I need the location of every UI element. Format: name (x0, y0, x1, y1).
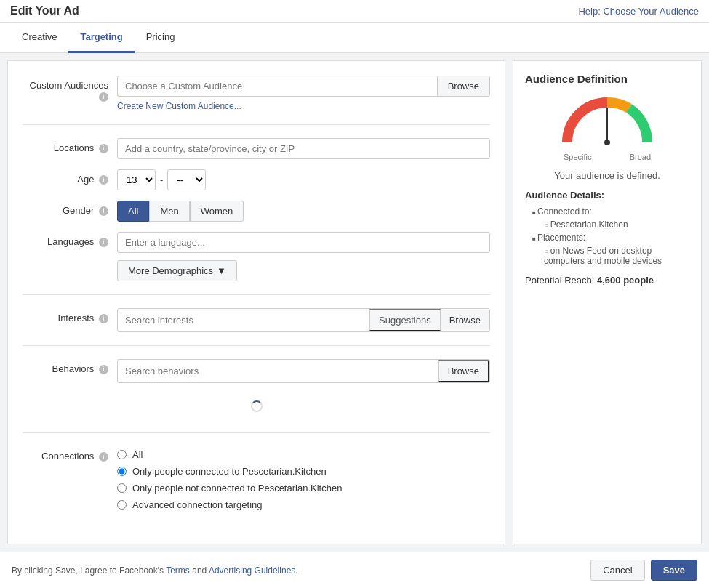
age-from-select[interactable]: 1318212535455565 (117, 169, 156, 190)
gender-control: All Men Women (117, 201, 490, 222)
footer: By clicking Save, I agree to Facebook's … (0, 552, 709, 588)
connections-info-icon[interactable]: i (99, 452, 108, 462)
gauge-status: Your audience is defined. (525, 170, 689, 181)
behaviors-input[interactable] (118, 361, 438, 381)
gauge-labels: Specific Broad (564, 153, 651, 161)
age-row: Age i 1318212535455565 - --1821253545556… (23, 169, 490, 190)
gauge-svg (560, 95, 654, 150)
custom-audiences-row: Custom Audiences i Browse Create New Cus… (23, 76, 490, 111)
footer-text: By clicking Save, I agree to Facebook's (12, 565, 166, 576)
tab-pricing[interactable]: Pricing (135, 23, 187, 53)
languages-info-icon[interactable]: i (99, 238, 108, 247)
age-dash: - (160, 174, 163, 185)
connections-all-option[interactable]: All (117, 449, 490, 460)
connections-all-radio[interactable] (117, 450, 127, 459)
behaviors-browse-button[interactable]: Browse (438, 360, 489, 382)
gender-button-group: All Men Women (117, 201, 490, 222)
connections-not-connected-radio[interactable] (117, 483, 127, 493)
languages-row: Languages i More Demographics ▼ (23, 232, 490, 281)
custom-audience-browse-button[interactable]: Browse (437, 76, 490, 97)
behaviors-label: Behaviors i (23, 359, 117, 374)
gender-label: Gender i (23, 201, 117, 216)
footer-terms-link[interactable]: Terms (166, 565, 190, 576)
main-content: Custom Audiences i Browse Create New Cus… (0, 53, 709, 552)
more-demographics-arrow-icon: ▼ (217, 265, 226, 276)
gender-info-icon[interactable]: i (99, 206, 108, 216)
interests-row: Interests i Suggestions Browse (23, 308, 490, 332)
top-bar: Edit Your Ad Help: Choose Your Audience (0, 0, 709, 23)
connections-advanced-radio[interactable] (117, 500, 127, 510)
languages-input[interactable] (117, 232, 490, 253)
footer-and: and (192, 565, 209, 576)
tab-targeting[interactable]: Targeting (68, 23, 134, 53)
locations-control (117, 138, 490, 159)
locations-input[interactable] (117, 138, 490, 159)
gauge-broad-label: Broad (630, 153, 651, 161)
connections-only-connected-option[interactable]: Only people connected to Pescetarian.Kit… (117, 466, 490, 477)
tabs-bar: Creative Targeting Pricing (0, 23, 709, 53)
custom-audiences-info-icon[interactable]: i (99, 92, 108, 102)
cancel-button[interactable]: Cancel (590, 560, 644, 581)
languages-control: More Demographics ▼ (117, 232, 490, 281)
custom-audience-input[interactable] (117, 76, 437, 97)
potential-reach-value: 4,600 people (597, 275, 654, 286)
custom-audiences-control: Browse Create New Custom Audience... (117, 76, 490, 111)
page-title: Edit Your Ad (10, 4, 79, 17)
footer-links: By clicking Save, I agree to Facebook's … (12, 565, 298, 576)
create-custom-audience-link[interactable]: Create New Custom Audience... (117, 101, 490, 111)
connections-row: Connections i All Only people connected … (23, 446, 490, 510)
custom-audiences-label: Custom Audiences i (23, 76, 117, 102)
behaviors-row: Behaviors i Browse (23, 359, 490, 383)
locations-info-icon[interactable]: i (99, 144, 108, 153)
gender-men-button[interactable]: Men (149, 201, 189, 222)
footer-guidelines-link[interactable]: Advertising Guidelines (209, 565, 295, 576)
age-control: 1318212535455565 - --18212535455565 (117, 169, 490, 190)
help-link[interactable]: Help: Choose Your Audience (578, 6, 699, 17)
divider-4 (23, 432, 490, 433)
behaviors-info-icon[interactable]: i (99, 365, 108, 374)
audience-detail-connected-to: Connected to: (532, 206, 689, 217)
connections-label: Connections i (23, 446, 117, 462)
audience-definition-panel: Audience Definition Specific Broad Your … (513, 60, 702, 544)
behaviors-input-row: Browse (117, 359, 490, 383)
gauge-container: Specific Broad (525, 95, 689, 161)
interests-label: Interests i (23, 308, 117, 323)
spinner-icon (251, 400, 263, 412)
interests-info-icon[interactable]: i (99, 314, 108, 323)
footer-buttons: Cancel Save (590, 560, 697, 581)
connections-only-connected-radio[interactable] (117, 467, 127, 476)
interests-suggestions-button[interactable]: Suggestions (369, 309, 441, 331)
interests-input-row: Suggestions Browse (117, 308, 490, 332)
connections-radio-group: All Only people connected to Pescetarian… (117, 449, 490, 510)
loading-spinner (23, 393, 490, 419)
potential-reach: Potential Reach: 4,600 people (525, 275, 689, 286)
audience-details-list: Connected to: Pescetarian.Kitchen Placem… (525, 206, 689, 266)
footer-period: . (295, 565, 297, 576)
locations-label: Locations i (23, 138, 117, 153)
age-info-icon[interactable]: i (99, 175, 108, 185)
svg-point-1 (604, 140, 610, 145)
connections-control: All Only people connected to Pescetarian… (117, 446, 490, 510)
locations-row: Locations i (23, 138, 490, 159)
divider-1 (23, 124, 490, 125)
interests-input[interactable] (118, 310, 369, 330)
interests-browse-button[interactable]: Browse (441, 310, 489, 330)
gender-row: Gender i All Men Women (23, 201, 490, 222)
age-select-row: 1318212535455565 - --18212535455565 (117, 169, 490, 190)
audience-definition-title: Audience Definition (525, 73, 689, 85)
tab-creative[interactable]: Creative (10, 23, 68, 53)
divider-2 (23, 294, 490, 295)
gender-all-button[interactable]: All (117, 201, 149, 222)
left-panel: Custom Audiences i Browse Create New Cus… (7, 60, 505, 544)
custom-audience-input-row: Browse (117, 76, 490, 97)
gauge-specific-label: Specific (564, 153, 592, 161)
connections-not-connected-option[interactable]: Only people not connected to Pescetarian… (117, 483, 490, 494)
potential-reach-label: Potential Reach: (525, 275, 594, 286)
age-to-select[interactable]: --18212535455565 (167, 169, 206, 190)
behaviors-control: Browse (117, 359, 490, 383)
gender-women-button[interactable]: Women (190, 201, 244, 222)
audience-details-title: Audience Details: (525, 190, 689, 201)
more-demographics-button[interactable]: More Demographics ▼ (117, 260, 237, 281)
connections-advanced-option[interactable]: Advanced connection targeting (117, 499, 490, 510)
save-button[interactable]: Save (651, 560, 697, 581)
